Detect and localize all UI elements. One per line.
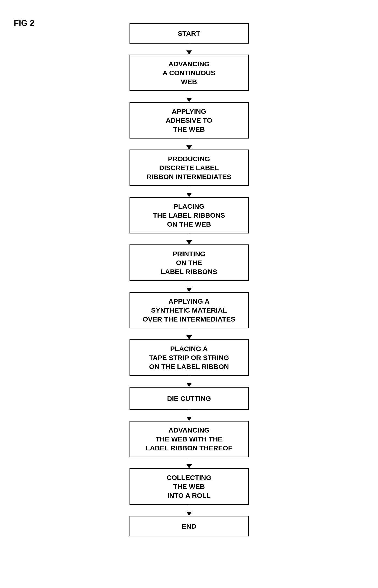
arrow-shaft-2 [189,138,189,145]
flow-item-234: APPLYING ASYNTHETIC MATERIALOVER THE INT… [0,292,378,328]
arrow-head-9 [186,464,192,468]
box-250-text: COLLECTINGTHE WEBINTO A ROLL [162,469,216,504]
arrow-4 [0,233,378,245]
arrow-down-3 [185,186,194,197]
arrow-head-4 [186,240,192,245]
arrow-shaft-9 [189,457,189,464]
arrow-3 [0,186,378,197]
arrow-down-9 [185,457,194,468]
box-220-text: PRODUCINGDISCRETE LABELRIBBON INTERMEDIA… [142,150,236,185]
flow-item-232: PRINTINGON THELABEL RIBBONS 232 [0,245,378,281]
box-start-text: START [173,25,205,42]
flow-item-end: END [0,516,378,536]
box-end-text: END [177,518,201,535]
arrow-8 [0,410,378,421]
flow-item-200: ADVANCINGA CONTINUOUSWEB 200 [0,55,378,91]
flowchart: START ADVANCINGA CONTINUOUSWEB 200 [0,9,378,536]
box-234-text: APPLYING ASYNTHETIC MATERIALOVER THE INT… [138,293,240,328]
arrow-head-6 [186,335,192,339]
arrow-down-5 [185,281,194,292]
arrow-head-1 [186,98,192,102]
box-240: ADVANCINGTHE WEB WITH THELABEL RIBBON TH… [130,421,249,457]
arrow-down-2 [185,138,194,150]
flow-item-230: PLACINGTHE LABEL RIBBONSON THE WEB 230 [0,197,378,233]
flow-item-220: PRODUCINGDISCRETE LABELRIBBON INTERMEDIA… [0,150,378,186]
arrow-head-7 [186,383,192,387]
arrow-shaft-7 [189,376,189,383]
arrow-shaft-1 [189,91,189,98]
arrow-shaft-6 [189,328,189,335]
arrow-0 [0,43,378,55]
flow-item-250: COLLECTINGTHE WEBINTO A ROLL 250 [0,468,378,505]
arrow-9 [0,457,378,468]
arrow-head-10 [186,512,192,516]
arrow-shaft-10 [189,505,189,512]
box-238: DIE CUTTING [130,387,249,410]
box-232: PRINTINGON THELABEL RIBBONS [130,245,249,281]
arrow-down-8 [185,410,194,421]
arrow-head-0 [186,50,192,55]
box-200-text: ADVANCINGA CONTINUOUSWEB [158,55,220,90]
arrow-7 [0,376,378,387]
arrow-10 [0,505,378,516]
box-end: END [130,516,249,536]
flow-item-240: ADVANCINGTHE WEB WITH THELABEL RIBBON TH… [0,421,378,457]
arrow-shaft-3 [189,186,189,193]
flow-item-210: APPLYINGADHESIVE TOTHE WEB 210 [0,102,378,138]
box-230-text: PLACINGTHE LABEL RIBBONSON THE WEB [148,198,230,233]
arrow-head-3 [186,193,192,197]
arrow-1 [0,91,378,102]
box-220: PRODUCINGDISCRETE LABELRIBBON INTERMEDIA… [130,150,249,186]
box-210: APPLYINGADHESIVE TOTHE WEB [130,102,249,138]
arrow-5 [0,281,378,292]
arrow-head-5 [186,288,192,292]
box-236-text: PLACING ATAPE STRIP OR STRINGON THE LABE… [144,340,234,375]
arrow-shaft-8 [189,410,189,417]
box-236: PLACING ATAPE STRIP OR STRINGON THE LABE… [130,339,249,376]
arrow-down-4 [185,233,194,245]
arrow-6 [0,328,378,339]
flow-item-236: PLACING ATAPE STRIP OR STRINGON THE LABE… [0,339,378,376]
arrow-shaft-0 [189,43,189,50]
box-230: PLACINGTHE LABEL RIBBONSON THE WEB [130,197,249,233]
arrow-down-0 [185,43,194,55]
flow-item-start: START [0,23,378,43]
box-250: COLLECTINGTHE WEBINTO A ROLL [130,468,249,505]
box-start: START [130,23,249,43]
arrow-down-7 [185,376,194,387]
arrow-down-10 [185,505,194,516]
box-238-text: DIE CUTTING [162,390,216,407]
box-240-text: ADVANCINGTHE WEB WITH THELABEL RIBBON TH… [141,422,237,457]
arrow-head-8 [186,417,192,421]
arrow-shaft-4 [189,233,189,240]
arrow-2 [0,138,378,150]
page-container: FIG 2 START ADVANCINGA CONTINUOUSWEB 200 [0,0,378,588]
arrow-shaft-5 [189,281,189,288]
flow-item-238: DIE CUTTING 238 [0,387,378,410]
box-234: APPLYING ASYNTHETIC MATERIALOVER THE INT… [130,292,249,328]
arrow-down-6 [185,328,194,339]
arrow-head-2 [186,145,192,150]
arrow-down-1 [185,91,194,102]
box-200: ADVANCINGA CONTINUOUSWEB [130,55,249,91]
box-232-text: PRINTINGON THELABEL RIBBONS [156,245,222,280]
box-210-text: APPLYINGADHESIVE TOTHE WEB [161,103,217,138]
